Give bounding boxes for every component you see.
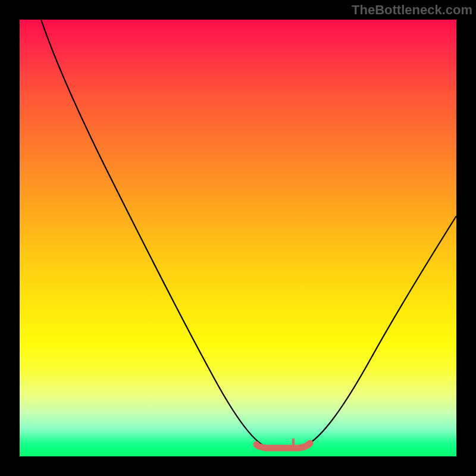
flat-marker-dot-left bbox=[253, 441, 259, 447]
flat-marker-tick bbox=[292, 439, 295, 446]
flat-region-marker-path bbox=[256, 443, 310, 448]
chart-svg bbox=[20, 20, 456, 456]
bottleneck-curve-path bbox=[41, 20, 456, 448]
plot-area bbox=[20, 20, 456, 456]
watermark-text: TheBottleneck.com bbox=[352, 2, 472, 18]
flat-marker-dot-right bbox=[307, 440, 313, 446]
chart-container: TheBottleneck.com bbox=[0, 0, 476, 476]
